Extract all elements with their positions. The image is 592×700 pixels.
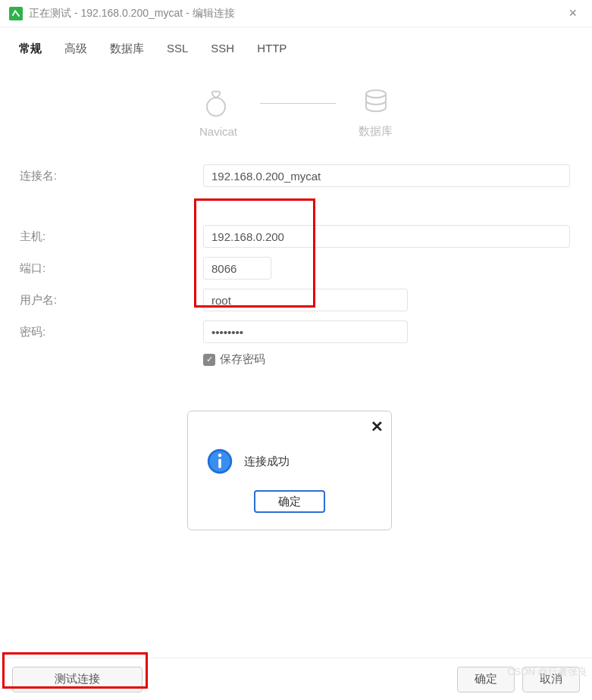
- titlebar: 正在测试 - 192.168.0.200_mycat - 编辑连接 ×: [0, 0, 592, 27]
- watermark: CSDN @行者张良: [507, 665, 587, 679]
- conn-name-input[interactable]: [203, 164, 570, 187]
- user-input[interactable]: [203, 289, 408, 311]
- tabs: 常规 高级 数据库 SSL SSH HTTP: [0, 27, 592, 64]
- dialog-ok-button[interactable]: 确定: [254, 490, 325, 513]
- svg-point-1: [207, 98, 225, 116]
- svg-rect-5: [218, 458, 221, 468]
- diagram-right-label: 数据库: [359, 124, 393, 139]
- dialog-close-icon[interactable]: ✕: [371, 417, 384, 436]
- diagram-left-label: Navicat: [199, 125, 237, 138]
- window-title: 正在测试 - 192.168.0.200_mycat - 编辑连接: [29, 7, 562, 20]
- tab-ssl[interactable]: SSL: [157, 33, 198, 64]
- conn-name-label: 连接名:: [18, 169, 203, 183]
- navicat-icon: [203, 87, 233, 120]
- pass-label: 密码:: [18, 325, 203, 339]
- svg-point-6: [218, 454, 222, 458]
- tab-http[interactable]: HTTP: [247, 33, 296, 64]
- database-icon: [361, 86, 391, 120]
- host-input[interactable]: [203, 225, 570, 248]
- svg-point-2: [366, 90, 386, 98]
- content-area: Navicat 数据库 连接名: 主机: 端口:: [0, 64, 592, 658]
- port-input[interactable]: [203, 257, 271, 280]
- connection-form: 连接名: 主机: 端口: 用户名: 密码:: [18, 164, 574, 367]
- tab-database[interactable]: 数据库: [100, 33, 154, 64]
- ok-button[interactable]: 确定: [457, 667, 515, 692]
- tab-advanced[interactable]: 高级: [55, 33, 97, 64]
- info-icon: [206, 448, 233, 475]
- tab-general[interactable]: 常规: [9, 33, 52, 64]
- save-pass-checkbox[interactable]: [203, 354, 215, 366]
- connection-diagram: Navicat 数据库: [18, 86, 574, 139]
- close-icon[interactable]: ×: [562, 2, 583, 24]
- pass-input[interactable]: [203, 320, 408, 343]
- save-pass-label: 保存密码: [220, 352, 265, 367]
- user-label: 用户名:: [18, 293, 203, 308]
- edit-connection-window: 正在测试 - 192.168.0.200_mycat - 编辑连接 × 常规 高…: [0, 0, 592, 700]
- app-icon: [9, 7, 23, 20]
- port-label: 端口:: [18, 261, 203, 276]
- host-label: 主机:: [18, 230, 203, 244]
- test-connection-button[interactable]: 测试连接: [12, 667, 143, 692]
- tab-ssh[interactable]: SSH: [201, 33, 244, 64]
- svg-rect-0: [9, 7, 23, 20]
- dialog-message: 连接成功: [244, 455, 290, 469]
- diagram-line: [260, 103, 336, 104]
- footer: 测试连接 确定 取消: [0, 658, 592, 700]
- success-dialog: ✕ 连接成功 确定: [187, 411, 392, 530]
